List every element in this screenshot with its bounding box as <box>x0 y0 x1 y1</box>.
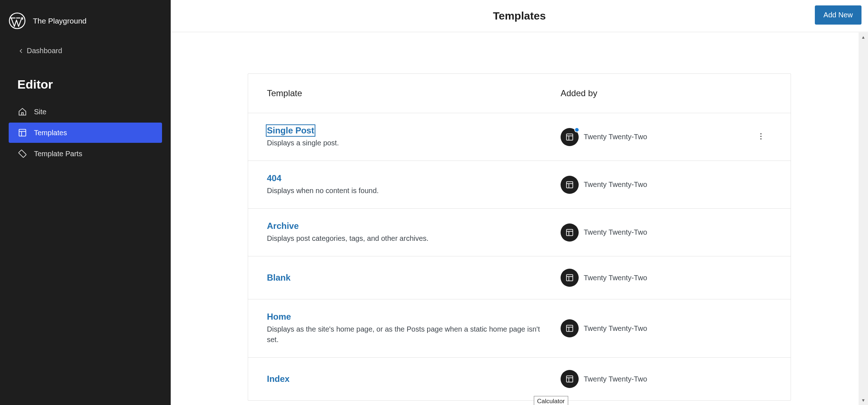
sidebar-item-template-parts[interactable]: Template Parts <box>9 144 162 164</box>
cell-template: 404Displays when no content is found. <box>267 173 561 196</box>
back-link-label: Dashboard <box>27 47 62 55</box>
sidebar-item-label: Template Parts <box>34 150 82 158</box>
theme-icon <box>561 269 579 287</box>
svg-rect-11 <box>566 182 573 188</box>
add-new-button[interactable]: Add New <box>815 5 861 25</box>
chevron-left-icon <box>17 47 25 55</box>
more-actions-button[interactable] <box>754 129 768 145</box>
template-description: Displays when no content is found. <box>267 186 542 196</box>
template-name-link[interactable]: Blank <box>267 273 290 283</box>
sidebar-item-label: Templates <box>34 129 67 137</box>
sidebar-item-site[interactable]: Site <box>9 102 162 122</box>
addedby-text: Twenty Twenty-Two <box>584 133 647 141</box>
scrollbar-up-arrow[interactable]: ▲ <box>859 33 868 42</box>
site-title[interactable]: The Playground <box>33 17 86 25</box>
cell-actions <box>750 129 772 145</box>
table-row: ArchiveDisplays post categories, tags, a… <box>248 209 791 256</box>
template-parts-icon <box>17 149 27 159</box>
topbar: Templates Add New <box>171 0 868 32</box>
scrollbar-down-arrow[interactable]: ▼ <box>859 396 868 405</box>
main: Templates Add New Template Added by Sing… <box>171 0 868 405</box>
template-name-link[interactable]: 404 <box>267 173 281 183</box>
theme-icon <box>561 128 579 146</box>
template-description: Displays post categories, tags, and othe… <box>267 233 542 244</box>
cell-addedby: Twenty Twenty-Two <box>561 223 750 242</box>
sidebar-section-heading: Editor <box>0 61 171 102</box>
addedby-text: Twenty Twenty-Two <box>584 375 647 383</box>
template-name-link[interactable]: Home <box>267 312 291 322</box>
cell-template: ArchiveDisplays post categories, tags, a… <box>267 221 561 244</box>
theme-icon <box>561 319 579 337</box>
column-header-template: Template <box>267 88 561 98</box>
sidebar-item-label: Site <box>34 108 46 116</box>
column-header-addedby: Added by <box>561 88 772 98</box>
addedby-text: Twenty Twenty-Two <box>584 274 647 282</box>
svg-rect-17 <box>566 274 573 281</box>
addedby-text: Twenty Twenty-Two <box>584 324 647 333</box>
table-row: 404Displays when no content is found.Twe… <box>248 161 791 209</box>
cell-addedby: Twenty Twenty-Two <box>561 370 750 388</box>
table-header: Template Added by <box>248 74 791 113</box>
cell-addedby: Twenty Twenty-Two <box>561 269 750 287</box>
home-icon <box>17 107 27 117</box>
svg-rect-14 <box>566 229 573 235</box>
sidebar-header: The Playground <box>0 7 171 40</box>
cell-addedby: Twenty Twenty-Two <box>561 319 750 337</box>
templates-table: Template Added by Single PostDisplays a … <box>248 73 791 401</box>
svg-rect-20 <box>566 325 573 331</box>
template-name-link[interactable]: Index <box>267 374 290 384</box>
back-to-dashboard[interactable]: Dashboard <box>0 40 171 61</box>
template-name-link[interactable]: Single Post <box>267 125 314 136</box>
content-area: Template Added by Single PostDisplays a … <box>171 32 868 405</box>
sidebar: The Playground Dashboard Editor Site Tem… <box>0 0 171 405</box>
cell-template: Blank <box>267 273 561 283</box>
template-name-link[interactable]: Archive <box>267 221 299 231</box>
svg-rect-5 <box>566 134 573 140</box>
table-row: HomeDisplays as the site's home page, or… <box>248 299 791 358</box>
theme-icon <box>561 223 579 242</box>
svg-rect-4 <box>18 150 26 157</box>
table-row: IndexTwenty Twenty-Two <box>248 358 791 400</box>
more-vertical-icon <box>757 132 765 141</box>
svg-point-10 <box>760 138 761 139</box>
stray-calculator-label: Calculator <box>534 396 568 405</box>
cell-addedby: Twenty Twenty-Two <box>561 176 750 194</box>
table-row: Single PostDisplays a single post.Twenty… <box>248 113 791 161</box>
customized-indicator-dot <box>574 127 579 132</box>
cell-template: Index <box>267 374 561 384</box>
template-description: Displays as the site's home page, or as … <box>267 324 542 345</box>
cell-addedby: Twenty Twenty-Two <box>561 128 750 146</box>
svg-rect-1 <box>19 129 26 136</box>
addedby-text: Twenty Twenty-Two <box>584 180 647 189</box>
page-title: Templates <box>493 10 546 22</box>
sidebar-nav: Site Templates Template Parts <box>0 102 171 164</box>
svg-point-8 <box>760 133 761 134</box>
table-row: BlankTwenty Twenty-Two <box>248 256 791 299</box>
theme-icon <box>561 370 579 388</box>
theme-icon <box>561 176 579 194</box>
sidebar-item-templates[interactable]: Templates <box>9 123 162 143</box>
cell-template: HomeDisplays as the site's home page, or… <box>267 312 561 345</box>
cell-template: Single PostDisplays a single post. <box>267 125 561 148</box>
layout-icon <box>17 128 27 138</box>
svg-point-9 <box>760 136 761 137</box>
addedby-text: Twenty Twenty-Two <box>584 228 647 236</box>
template-description: Displays a single post. <box>267 138 542 148</box>
svg-rect-23 <box>566 376 573 382</box>
scrollbar[interactable]: ▲ ▼ <box>859 33 868 405</box>
wordpress-logo-icon[interactable] <box>9 12 26 29</box>
